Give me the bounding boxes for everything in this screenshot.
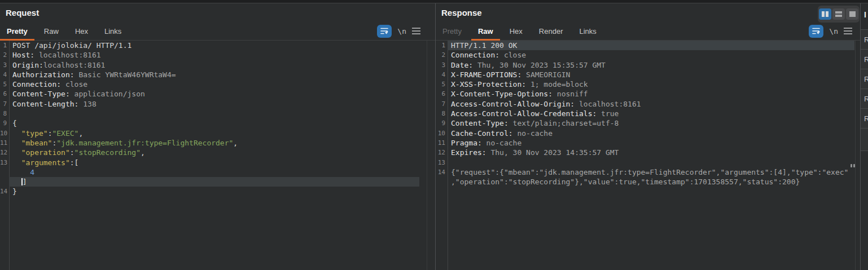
line-number: 10 xyxy=(436,129,448,138)
tab-pretty[interactable]: Pretty xyxy=(0,27,34,40)
inspector-section[interactable]: R xyxy=(861,50,868,69)
code-text: Cache-Control: no-cache xyxy=(448,129,553,138)
editor-menu-icon[interactable] xyxy=(844,25,852,37)
request-editor[interactable]: 1POST /api/jolokia/ HTTP/1.12Host: local… xyxy=(0,41,435,270)
line-number: 9 xyxy=(436,118,448,128)
code-line: ,"operation":"stopRecording"},"value":tr… xyxy=(436,177,860,187)
code-text: Origin:localhost:8161 xyxy=(9,60,105,70)
code-line: 1POST /api/jolokia/ HTTP/1.1 xyxy=(0,41,435,50)
word-wrap-toggle-button[interactable] xyxy=(809,25,823,38)
layout-single-icon xyxy=(849,11,856,17)
code-line: 6Content-Type: application/json xyxy=(0,89,435,99)
word-wrap-icon xyxy=(380,27,389,35)
code-line: 8Access-Control-Allow-Credentials: true xyxy=(436,109,860,118)
layout-columns-button[interactable] xyxy=(819,8,831,20)
code-text: "type":"EXEC", xyxy=(9,129,83,138)
request-panel-title: Request xyxy=(6,8,39,17)
line-number: 1 xyxy=(436,41,448,50)
code-text: 4 xyxy=(9,167,34,177)
code-text: Connection: close xyxy=(9,79,87,89)
code-line: 10 "type":"EXEC", xyxy=(0,129,435,138)
inspector-strip: I RRRRR xyxy=(861,3,868,270)
tab-raw[interactable]: Raw xyxy=(37,27,65,40)
code-text: POST /api/jolokia/ HTTP/1.1 xyxy=(9,41,131,50)
code-line: 3Date: Thu, 30 Nov 2023 15:35:57 GMT xyxy=(436,60,860,70)
request-tabbar: PrettyRawHexLinks xyxy=(0,23,435,41)
code-line: 8 xyxy=(0,109,435,118)
code-line: 9Content-Type: text/plain;charset=utf-8 xyxy=(436,118,860,128)
inspector-section[interactable] xyxy=(861,129,868,151)
code-line: 13 "arguments":[ xyxy=(0,158,435,167)
tab-pretty: Pretty xyxy=(436,27,468,40)
line-number xyxy=(436,177,448,187)
code-text: X-Content-Type-Options: nosniff xyxy=(448,89,588,99)
code-text: Authorization: Basic YWRtaW46YWRtaW4= xyxy=(9,70,176,79)
code-text: X-XSS-Protection: 1; mode=block xyxy=(448,79,588,89)
line-number: 5 xyxy=(436,79,448,89)
line-number: 13 xyxy=(436,158,448,167)
code-text: Access-Control-Allow-Origin: localhost:8… xyxy=(448,99,641,109)
code-line: ] xyxy=(0,177,435,187)
code-line: 7Content-Length: 138 xyxy=(0,99,435,109)
line-number: 2 xyxy=(436,50,448,60)
code-text: HTTP/1.1 200 OK xyxy=(448,41,517,50)
line-number xyxy=(0,167,9,177)
code-line: 6X-Content-Type-Options: nosniff xyxy=(436,89,860,99)
code-line: 11Pragma: no-cache xyxy=(436,138,860,148)
inspector-section[interactable]: R xyxy=(861,109,868,129)
layout-rows-icon xyxy=(835,11,842,17)
line-number: 6 xyxy=(436,89,448,99)
code-text: Pragma: no-cache xyxy=(448,138,521,148)
line-number: 2 xyxy=(0,50,9,60)
code-line: 1HTTP/1.1 200 OK xyxy=(436,41,860,50)
code-text: ,"operation":"stopRecording"},"value":tr… xyxy=(448,177,800,187)
tab-raw[interactable]: Raw xyxy=(471,27,500,40)
line-number: 3 xyxy=(436,60,448,70)
code-text: "mbean":"jdk.management.jfr:type=FlightR… xyxy=(9,138,238,148)
word-wrap-toggle-button[interactable] xyxy=(377,25,392,38)
code-line: 14} xyxy=(0,187,435,196)
code-line: 4Authorization: Basic YWRtaW46YWRtaW4= xyxy=(0,70,435,79)
line-number xyxy=(0,177,9,187)
line-number: 7 xyxy=(436,99,448,109)
layout-toggle-group xyxy=(818,6,860,23)
editor-menu-icon[interactable] xyxy=(412,25,420,37)
tab-hex[interactable]: Hex xyxy=(68,27,95,40)
line-number: 6 xyxy=(0,89,9,99)
inspector-section[interactable]: R xyxy=(861,69,868,89)
code-line: 4X-FRAME-OPTIONS: SAMEORIGIN xyxy=(436,70,860,79)
code-text: Host: localhost:8161 xyxy=(9,50,101,60)
tab-render[interactable]: Render xyxy=(532,27,570,40)
request-tab-toolbar: \n xyxy=(377,24,420,38)
tab-hex[interactable]: Hex xyxy=(503,27,529,40)
code-line: 7Access-Control-Allow-Origin: localhost:… xyxy=(436,99,860,109)
code-line: 2Host: localhost:8161 xyxy=(0,50,435,60)
line-number: 10 xyxy=(0,129,9,138)
layout-single-button[interactable] xyxy=(846,8,858,20)
code-line: 14{"request":{"mbean":"jdk.management.jf… xyxy=(436,167,860,177)
request-panel: Request PrettyRawHexLinks \n 1POST /api/… xyxy=(0,3,435,270)
newline-display-toggle[interactable]: \n xyxy=(397,27,406,36)
line-number: 12 xyxy=(0,148,9,157)
divider-drag-handle[interactable] xyxy=(851,164,855,167)
layout-rows-button[interactable] xyxy=(832,8,845,20)
code-line: 11 "mbean":"jdk.management.jfr:type=Flig… xyxy=(0,138,435,148)
line-number: 4 xyxy=(436,70,448,79)
code-text: "arguments":[ xyxy=(9,158,78,167)
code-text: Expires: Thu, 30 Nov 2023 14:35:57 GMT xyxy=(448,148,619,157)
newline-display-toggle[interactable]: \n xyxy=(829,27,838,36)
response-editor[interactable]: 1HTTP/1.1 200 OK2Connection: close3Date:… xyxy=(436,41,860,270)
inspector-section[interactable]: R xyxy=(861,89,868,109)
line-number: 11 xyxy=(0,138,9,148)
code-line: 4 xyxy=(0,167,435,177)
response-tabbar: PrettyRawHexRenderLinks xyxy=(436,23,860,41)
tab-links[interactable]: Links xyxy=(572,27,603,40)
line-number: 9 xyxy=(0,118,9,128)
code-line: 9{ xyxy=(0,118,435,128)
line-number: 14 xyxy=(0,187,9,196)
code-text xyxy=(448,158,451,167)
code-line: 2Connection: close xyxy=(436,50,860,60)
tab-links[interactable]: Links xyxy=(98,27,128,40)
inspector-section[interactable]: R xyxy=(861,30,868,50)
line-number: 8 xyxy=(0,109,9,118)
